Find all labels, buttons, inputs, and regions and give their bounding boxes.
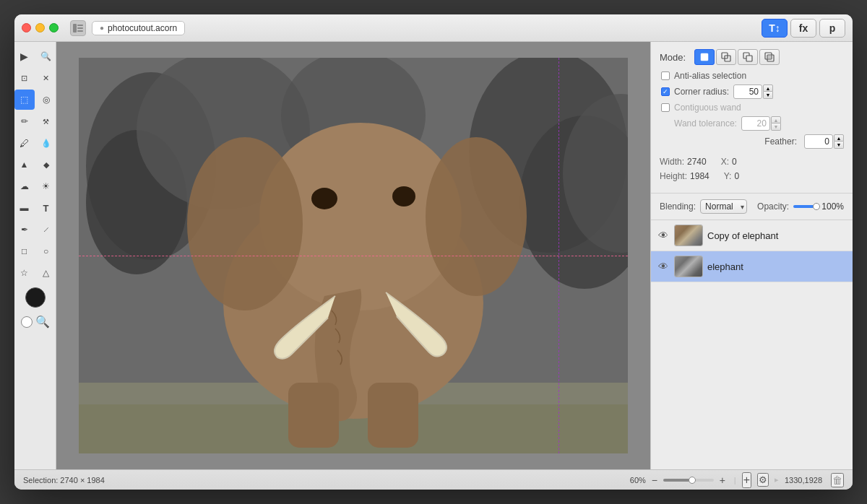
magnifier-icon[interactable]: 🔍	[35, 315, 50, 329]
crop-tool[interactable]: ⊡	[14, 68, 35, 88]
tool-row-11: ☆ △	[14, 263, 56, 283]
minimize-button[interactable]	[35, 23, 45, 32]
svg-point-16	[187, 137, 303, 310]
p-button[interactable]: p	[819, 19, 845, 38]
burn-tool[interactable]: ☀	[36, 176, 56, 196]
width-item: Width: 2740	[660, 157, 707, 167]
svg-rect-1	[77, 25, 83, 26]
layer-item-0[interactable]: 👁 Copy of elephant	[651, 220, 853, 251]
traffic-lights	[22, 23, 59, 32]
cursor-coordinates: 1330,1928	[785, 476, 822, 485]
rect-shape-tool[interactable]: ▬	[14, 198, 35, 218]
feather-label: Feather:	[764, 136, 797, 147]
mode-btn-add[interactable]	[716, 49, 736, 65]
zoom-tool[interactable]: 🔍	[36, 46, 56, 66]
text-tool[interactable]: T	[36, 198, 56, 218]
wand-tolerance-input-group: ▲ ▼	[741, 116, 781, 131]
tool-row-8: ▬ T	[14, 198, 56, 218]
layer-0-thumbnail	[674, 225, 703, 246]
dimensions-row: Width: 2740 X: 0	[660, 152, 844, 171]
opacity-slider[interactable]	[793, 205, 817, 208]
status-separator-2: ▸	[775, 475, 779, 485]
polygon-tool[interactable]: △	[36, 263, 56, 283]
tool-row-5: 🖊 💧	[14, 133, 56, 153]
oval-tool[interactable]: ○	[36, 241, 56, 261]
add-layer-button[interactable]: +	[742, 472, 751, 488]
zoom-value: 60%	[630, 476, 646, 485]
mode-btn-replace[interactable]	[694, 49, 715, 65]
tool-row-2: ⊡ ✕	[14, 68, 56, 88]
background-color[interactable]	[21, 316, 33, 328]
corner-radius-up[interactable]: ▲	[763, 84, 773, 92]
corner-radius-input[interactable]	[733, 84, 762, 99]
rect-outline-tool[interactable]: □	[14, 241, 35, 261]
pen-tool[interactable]: ✒	[14, 220, 35, 240]
layer-1-visibility-icon[interactable]: 👁	[657, 261, 670, 272]
layer-0-thumb-img	[675, 225, 702, 246]
select-tool[interactable]: ▶	[14, 46, 35, 66]
toolbar-right: T↕ fx p	[762, 19, 845, 38]
contiguous-row: Contiguous wand	[660, 103, 844, 113]
eyedropper-tool[interactable]: 💧	[36, 133, 56, 153]
feather-up[interactable]: ▲	[834, 134, 844, 142]
feather-down[interactable]: ▼	[834, 142, 844, 149]
corner-radius-row: ✓ Corner radius: ▲ ▼	[660, 84, 844, 99]
corner-radius-down[interactable]: ▼	[763, 92, 773, 99]
corner-radius-checkbox[interactable]: ✓	[661, 87, 670, 96]
blend-select[interactable]: Normal	[700, 199, 747, 214]
canvas-area[interactable]	[56, 42, 650, 469]
mode-btn-intersect[interactable]	[759, 49, 780, 65]
layer-0-visibility-icon[interactable]: 👁	[657, 230, 670, 241]
height-item: Height: 1984	[660, 171, 709, 181]
titlebar: ● photocutout.acorn T↕ fx p	[14, 14, 853, 42]
svg-point-17	[426, 137, 527, 296]
fx-button[interactable]: fx	[790, 19, 816, 38]
wand-tolerance-down[interactable]: ▼	[771, 123, 781, 131]
maximize-button[interactable]	[49, 23, 59, 32]
delete-layer-button[interactable]: 🗑	[831, 473, 844, 487]
left-toolbar: ▶ 🔍 ⊡ ✕ ⬚ ◎ ✏ ⚒ 🖊 💧 ▲ ◆	[14, 42, 56, 469]
star-tool[interactable]: ☆	[14, 263, 35, 283]
tab-filename: photocutout.acorn	[108, 23, 177, 33]
transform-tool[interactable]: ✕	[36, 68, 56, 88]
smudge-tool[interactable]: ◆	[36, 155, 56, 175]
anti-alias-checkbox[interactable]	[661, 71, 670, 80]
wand-tolerance-up[interactable]: ▲	[771, 116, 781, 123]
x-value: 0	[732, 157, 737, 167]
wand-tolerance-input[interactable]	[741, 116, 770, 131]
lasso-tool[interactable]: ◎	[36, 90, 56, 110]
settings-button[interactable]: ⚙	[757, 473, 769, 487]
mode-buttons	[694, 49, 780, 65]
zoom-out-button[interactable]: −	[649, 474, 660, 486]
cloud-tool[interactable]: ☁	[14, 176, 35, 196]
magic-wand-tool[interactable]: ⚒	[36, 111, 56, 131]
layer-item-1[interactable]: 👁 elephant	[651, 251, 853, 282]
gradient-tool[interactable]: ▲	[14, 155, 35, 175]
foreground-color[interactable]	[25, 287, 46, 308]
color-row	[25, 284, 46, 310]
feather-row: Feather: ▲ ▼	[660, 134, 844, 149]
tool-row-9: ✒ ⟋	[14, 220, 56, 240]
svg-rect-0	[73, 24, 77, 32]
brush-tool[interactable]: ✏	[14, 111, 35, 131]
feather-input[interactable]	[804, 134, 833, 149]
zoom-slider[interactable]	[663, 479, 714, 482]
layer-1-thumbnail	[674, 256, 703, 277]
opacity-label: Opacity:	[757, 201, 789, 212]
svg-rect-22	[701, 53, 708, 61]
rect-select-tool[interactable]: ⬚	[14, 90, 35, 110]
line-tool[interactable]: ⟋	[36, 220, 56, 240]
layer-0-name: Copy of elephant	[707, 230, 778, 241]
contiguous-checkbox[interactable]	[661, 103, 670, 112]
paint-bucket-tool[interactable]: 🖊	[14, 133, 35, 153]
zoom-in-button[interactable]: +	[717, 474, 728, 486]
dimensions-row-2: Height: 1984 Y: 0	[660, 171, 844, 186]
tool-row-4: ✏ ⚒	[14, 111, 56, 131]
text-tool-button[interactable]: T↕	[762, 19, 788, 38]
mode-btn-subtract[interactable]	[738, 49, 758, 65]
svg-rect-29	[767, 55, 772, 59]
tool-row-7: ☁ ☀	[14, 176, 56, 196]
close-button[interactable]	[22, 23, 31, 32]
sidebar-toggle-button[interactable]	[70, 20, 86, 36]
layer-1-name: elephant	[707, 261, 743, 272]
